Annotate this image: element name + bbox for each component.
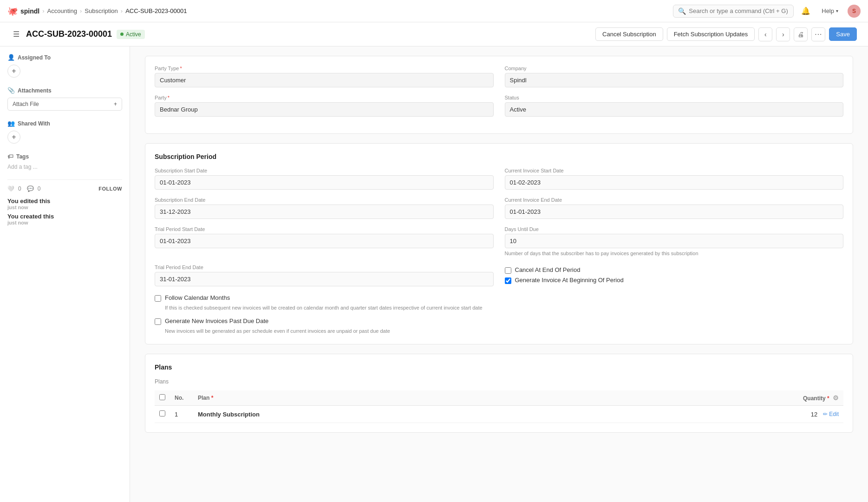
- page-header: ☰ ACC-SUB-2023-00001 Active Cancel Subsc…: [0, 22, 868, 46]
- assigned-to-label: Assigned To: [18, 54, 51, 61]
- cancel-at-end-row: Cancel At End Of Period: [505, 266, 844, 274]
- party-group: Party * Bednar Group: [155, 95, 494, 117]
- current-invoice-end-input[interactable]: [505, 205, 844, 219]
- generate-invoice-label[interactable]: Generate Invoice At Beginning Of Period: [515, 277, 624, 284]
- col-check: [155, 390, 170, 406]
- row-checkbox[interactable]: [159, 410, 165, 416]
- generate-new-invoices-label[interactable]: Generate New Invoices Past Due Date: [165, 317, 268, 324]
- sub-start-date-input[interactable]: [155, 175, 494, 190]
- generate-new-invoices-checkbox[interactable]: [155, 318, 161, 325]
- comment-icon[interactable]: 💬: [27, 185, 34, 192]
- add-tag-input[interactable]: Add a tag ...: [7, 164, 122, 170]
- generate-new-invoices-row: Generate New Invoices Past Due Date: [155, 317, 843, 325]
- add-assigned-button[interactable]: +: [7, 65, 20, 78]
- col-plan: Plan *: [193, 390, 591, 406]
- help-button[interactable]: Help ▾: [818, 6, 842, 16]
- cancel-subscription-button[interactable]: Cancel Subscription: [595, 27, 663, 41]
- activity-entry-0: You edited this just now: [7, 198, 122, 210]
- select-all-checkbox[interactable]: [159, 394, 165, 400]
- days-until-due-input[interactable]: [505, 234, 844, 248]
- notifications-icon[interactable]: 🔔: [799, 5, 812, 18]
- quantity-settings-icon[interactable]: ⚙: [833, 394, 839, 402]
- prev-button[interactable]: ‹: [758, 27, 772, 41]
- status-value: Active: [505, 102, 844, 117]
- attachments-section: 📎 Attachments Attach File +: [7, 87, 122, 111]
- plans-sub-label: Plans: [155, 378, 843, 385]
- divider-1: [7, 179, 122, 180]
- party-type-group: Party Type * Customer: [155, 66, 494, 87]
- help-chevron-icon: ▾: [836, 8, 838, 13]
- table-row: 1 Monthly Subscription 12 ✏ Edit: [155, 406, 843, 423]
- days-until-due-hint: Number of days that the subscriber has t…: [505, 250, 844, 257]
- tags-label: Tags: [16, 153, 29, 160]
- breadcrumb-accounting[interactable]: Accounting: [47, 7, 77, 14]
- app-logo[interactable]: 🐙 spindl: [7, 6, 39, 16]
- trial-start-input[interactable]: [155, 234, 494, 248]
- col-no: No.: [170, 390, 193, 406]
- hamburger-icon[interactable]: ☰: [11, 28, 21, 40]
- subscription-period-title: Subscription Period: [155, 153, 843, 160]
- sub-start-group: Subscription Start Date: [155, 168, 494, 190]
- breadcrumb-subscription[interactable]: Subscription: [85, 7, 118, 14]
- status-group: Status Active: [505, 95, 844, 117]
- generate-invoice-row: Generate Invoice At Beginning Of Period: [505, 277, 844, 284]
- layout: 👤 Assigned To + 📎 Attachments Attach Fil…: [0, 46, 868, 502]
- sub-end-date-input[interactable]: [155, 205, 494, 219]
- plans-table: No. Plan * Quantity * ⚙: [155, 390, 843, 423]
- next-button[interactable]: ›: [776, 27, 790, 41]
- current-invoice-start-input[interactable]: [505, 175, 844, 190]
- shared-with-title: 👥 Shared With: [7, 120, 122, 127]
- breadcrumb-current: ACC-SUB-2023-00001: [125, 7, 187, 14]
- trial-end-group: Trial Period End Date: [155, 264, 494, 287]
- print-icon[interactable]: 🖨: [794, 27, 808, 41]
- days-until-due-group: Days Until Due Number of days that the s…: [505, 226, 844, 257]
- trial-start-group: Trial Period Start Date: [155, 226, 494, 257]
- date-row-2: Subscription End Date Current Invoice En…: [155, 197, 843, 219]
- plan-name: Monthly Subscription: [198, 411, 260, 418]
- save-button[interactable]: Save: [829, 27, 857, 41]
- generate-new-invoices-section: Generate New Invoices Past Due Date New …: [155, 317, 843, 335]
- follow-button[interactable]: FOLLOW: [98, 186, 122, 192]
- attach-plus-icon: +: [114, 101, 117, 107]
- edit-plan-button[interactable]: ✏ Edit: [823, 411, 839, 417]
- plans-title: Plans: [155, 363, 843, 371]
- page-header-left: ☰ ACC-SUB-2023-00001 Active: [11, 28, 145, 40]
- follow-calendar-hint: If this is checked subsequent new invoic…: [165, 304, 843, 311]
- activity-action-0: edited this: [20, 198, 50, 205]
- attach-file-label: Attach File: [13, 101, 39, 107]
- col-quantity: Quantity * ⚙: [591, 390, 843, 406]
- party-info-section: Party Type * Customer Company Spindl Par…: [145, 56, 853, 134]
- follow-calendar-label[interactable]: Follow Calendar Months: [165, 294, 230, 301]
- heart-icon[interactable]: 🤍: [7, 185, 14, 192]
- trial-start-label: Trial Period Start Date: [155, 226, 494, 232]
- current-invoice-end-label: Current Invoice End Date: [505, 197, 844, 203]
- plans-section: Plans Plans No. Plan * Quantity: [145, 354, 853, 433]
- assigned-to-section: 👤 Assigned To +: [7, 54, 122, 78]
- attach-file-button[interactable]: Attach File +: [7, 98, 122, 111]
- pencil-icon: ✏: [823, 411, 828, 417]
- generate-invoice-checkbox[interactable]: [505, 277, 511, 284]
- party-type-value: Customer: [155, 73, 494, 87]
- search-box[interactable]: 🔍: [673, 5, 794, 18]
- subscription-period-section: Subscription Period Subscription Start D…: [145, 143, 853, 344]
- page-header-right: Cancel Subscription Fetch Subscription U…: [595, 27, 857, 41]
- more-options-button[interactable]: ···: [811, 27, 825, 41]
- party-type-required: *: [180, 66, 182, 71]
- cancel-at-end-checkbox[interactable]: [505, 267, 511, 274]
- checkboxes-right: Cancel At End Of Period Generate Invoice…: [505, 264, 844, 287]
- fetch-subscription-button[interactable]: Fetch Subscription Updates: [667, 27, 755, 41]
- avatar[interactable]: S: [848, 5, 861, 18]
- top-nav-right: 🔍 🔔 Help ▾ S: [673, 5, 861, 18]
- add-shared-button[interactable]: +: [7, 131, 20, 144]
- trial-end-input[interactable]: [155, 272, 494, 286]
- help-label: Help: [822, 7, 834, 14]
- activity-action-1: created this: [20, 213, 54, 220]
- party-status-row: Party * Bednar Group Status Active: [155, 95, 843, 117]
- status-dot: [120, 33, 124, 36]
- company-group: Company Spindl: [505, 66, 844, 87]
- top-nav: 🐙 spindl › Accounting › Subscription › A…: [0, 0, 868, 22]
- row-plan: Monthly Subscription: [193, 406, 591, 423]
- search-input[interactable]: [689, 7, 789, 14]
- follow-calendar-checkbox[interactable]: [155, 295, 161, 302]
- cancel-at-end-label[interactable]: Cancel At End Of Period: [515, 266, 581, 273]
